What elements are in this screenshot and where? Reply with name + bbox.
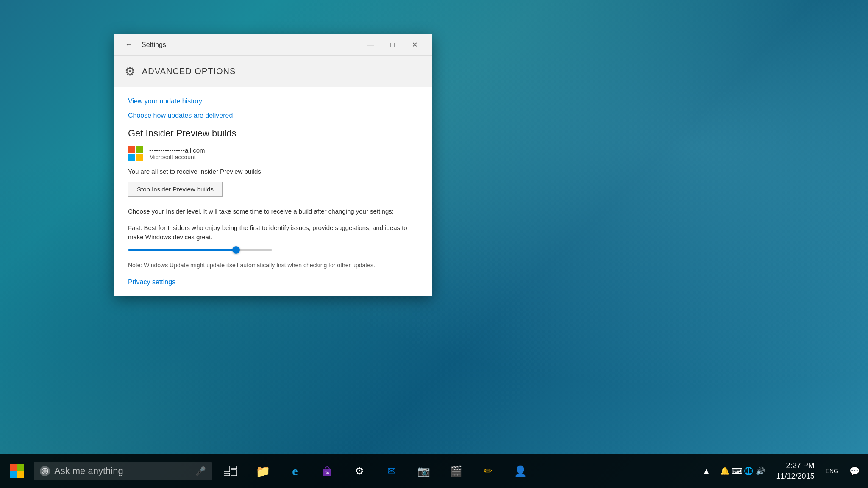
account-email: ••••••••••••••••ail.com — [149, 147, 205, 154]
chevron-up-icon: ▲ — [703, 467, 710, 476]
microsoft-logo — [128, 146, 143, 161]
svg-rect-9 — [224, 473, 230, 476]
taskbar-system-tray: ▲ 🔔 ⌨ 🌐 🔊 2:27 PM 11/12/2015 ENG 💬 — [699, 454, 868, 488]
film-icon: 🎬 — [448, 463, 464, 479]
cortana-icon — [40, 466, 50, 476]
insider-level-slider[interactable] — [128, 249, 419, 251]
taskbar-pinned-apps: 📁 e 🛍 ⚙ ✉ — [215, 454, 536, 488]
slider-thumb[interactable] — [232, 246, 240, 254]
taskbar-item-pen[interactable]: ✏ — [473, 454, 504, 488]
taskbar-item-settings[interactable]: ⚙ — [344, 454, 375, 488]
choose-delivery-link[interactable]: Choose how updates are delivered — [128, 112, 419, 119]
slider-track-filled — [128, 249, 238, 251]
ms-logo-red — [128, 146, 135, 152]
system-clock[interactable]: 2:27 PM 11/12/2015 — [771, 460, 820, 482]
status-text: You are all set to receive Insider Previ… — [128, 168, 419, 175]
notification-center-button[interactable]: 💬 — [844, 454, 865, 488]
back-button[interactable]: ← — [121, 37, 136, 53]
search-icon — [42, 468, 48, 474]
clock-date: 11/12/2015 — [776, 471, 815, 482]
ms-logo-yellow — [136, 154, 143, 161]
taskbar: Ask me anything 🎤 📁 — [0, 454, 868, 488]
ms-logo-green — [136, 146, 143, 152]
taskbar-item-mail[interactable]: ✉ — [376, 454, 407, 488]
maximize-button[interactable]: □ — [381, 34, 403, 56]
language-indicator[interactable]: ENG — [822, 468, 842, 474]
settings-window: ← Settings — □ ✕ ⚙ ADVANCED OPTIONS View… — [114, 34, 432, 296]
camera-icon: 📷 — [416, 463, 431, 479]
section-title: Get Insider Preview builds — [128, 128, 419, 139]
people-icon: 👤 — [513, 463, 528, 479]
slider-track-empty — [238, 249, 272, 251]
network-icon[interactable]: 🌐 — [743, 466, 754, 476]
svg-point-5 — [43, 469, 47, 473]
mail-icon: ✉ — [384, 463, 399, 479]
svg-rect-3 — [17, 471, 24, 478]
svg-rect-7 — [231, 466, 237, 469]
taskbar-item-task-view[interactable] — [215, 454, 246, 488]
window-titlebar: ← Settings — □ ✕ — [114, 34, 432, 56]
insider-fast-description: Fast: Best for Insiders who enjoy being … — [128, 223, 419, 242]
taskbar-search-bar[interactable]: Ask me anything 🎤 — [34, 462, 212, 480]
settings-header-title: ADVANCED OPTIONS — [142, 67, 236, 76]
notification-center-icon: 💬 — [849, 466, 860, 476]
clock-time: 2:27 PM — [786, 460, 815, 471]
svg-text:🛍: 🛍 — [325, 471, 329, 475]
stop-insider-builds-button[interactable]: Stop Insider Preview builds — [128, 182, 223, 197]
note-text: Note: Windows Update might update itself… — [128, 261, 419, 270]
choose-level-text: Choose your Insider level. It will take … — [128, 207, 419, 216]
task-view-icon — [223, 463, 238, 479]
window-controls: — □ ✕ — [359, 34, 426, 56]
svg-rect-2 — [10, 471, 17, 478]
svg-rect-8 — [231, 470, 237, 476]
keyboard-icon: ⌨ — [732, 466, 742, 476]
taskbar-item-file-explorer[interactable]: 📁 — [248, 454, 278, 488]
settings-icon: ⚙ — [352, 463, 367, 479]
search-placeholder-text: Ask me anything — [54, 466, 123, 477]
gear-icon: ⚙ — [125, 64, 135, 78]
minimize-button[interactable]: — — [359, 34, 381, 56]
close-button[interactable]: ✕ — [403, 34, 426, 56]
view-history-link[interactable]: View your update history — [128, 97, 419, 105]
ie-icon: e — [287, 463, 303, 479]
pen-icon: ✏ — [481, 463, 496, 479]
notification-icon[interactable]: 🔔 — [720, 466, 730, 476]
microphone-icon[interactable]: 🎤 — [195, 466, 206, 476]
account-info: ••••••••••••••••ail.com Microsoft accoun… — [149, 147, 205, 161]
taskbar-item-internet-explorer[interactable]: e — [280, 454, 310, 488]
taskbar-item-people[interactable]: 👤 — [505, 454, 536, 488]
taskbar-item-film[interactable]: 🎬 — [441, 454, 471, 488]
ms-logo-blue — [128, 154, 135, 161]
desktop: ← Settings — □ ✕ ⚙ ADVANCED OPTIONS View… — [0, 0, 868, 488]
taskbar-item-store[interactable]: 🛍 — [312, 454, 342, 488]
volume-icon[interactable]: 🔊 — [755, 466, 765, 476]
svg-rect-6 — [224, 466, 230, 472]
account-row: ••••••••••••••••ail.com Microsoft accoun… — [128, 146, 419, 161]
systray-icons: 🔔 ⌨ 🌐 🔊 — [716, 466, 769, 476]
svg-rect-1 — [17, 464, 24, 471]
window-title: Settings — [142, 41, 166, 49]
windows-logo-icon — [9, 463, 25, 479]
taskbar-item-camera[interactable]: 📷 — [409, 454, 439, 488]
account-type: Microsoft account — [149, 154, 205, 161]
privacy-settings-link[interactable]: Privacy settings — [128, 278, 175, 286]
show-hidden-icons[interactable]: ▲ — [699, 454, 714, 488]
file-explorer-icon: 📁 — [255, 463, 270, 479]
store-icon: 🛍 — [320, 463, 335, 479]
start-button[interactable] — [0, 454, 34, 488]
settings-header: ⚙ ADVANCED OPTIONS — [114, 56, 432, 87]
svg-rect-0 — [10, 464, 17, 471]
settings-body: View your update history Choose how upda… — [114, 87, 432, 296]
